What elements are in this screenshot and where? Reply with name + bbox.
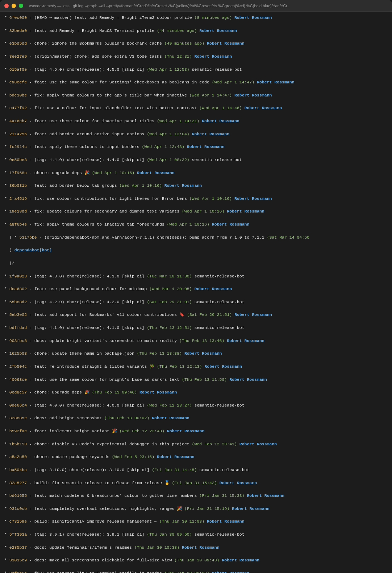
terminal-output[interactable]: * 6fec000 - (HEAD → master) feat: add Re… [0, 12, 392, 573]
terminal-window: vscode-remedy — less · git log --graph -… [0, 0, 392, 573]
maximize-button[interactable] [19, 4, 23, 8]
titlebar: vscode-remedy — less · git log --graph -… [0, 0, 392, 12]
window-title: vscode-remedy — less · git log --graph -… [29, 4, 388, 8]
minimize-button[interactable] [12, 4, 16, 8]
close-button[interactable] [4, 4, 9, 8]
